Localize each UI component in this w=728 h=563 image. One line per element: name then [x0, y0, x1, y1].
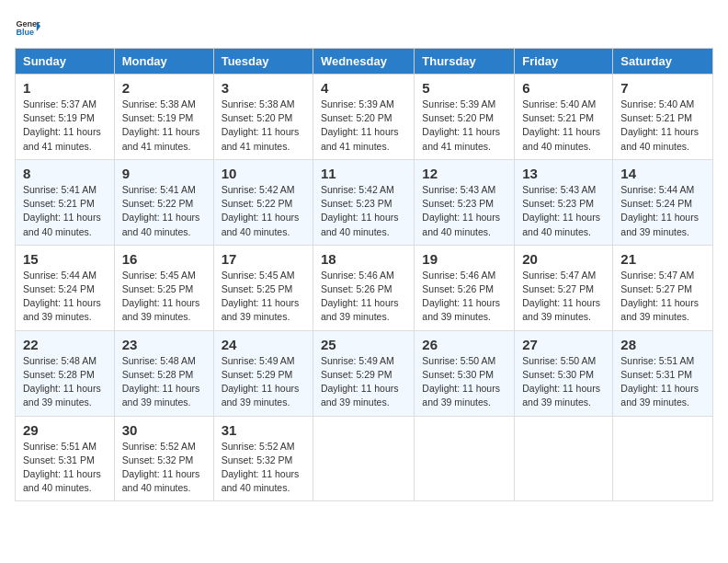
day-info: Sunrise: 5:51 AM Sunset: 5:31 PM Dayligh… [23, 440, 107, 496]
day-number: 25 [321, 337, 406, 352]
calendar-week-row: 22 Sunrise: 5:48 AM Sunset: 5:28 PM Dayl… [16, 330, 713, 416]
day-number: 13 [522, 166, 605, 181]
page-header: General Blue [15, 15, 713, 40]
day-number: 7 [620, 80, 705, 96]
day-number: 2 [122, 80, 206, 96]
day-info: Sunrise: 5:49 AM Sunset: 5:29 PM Dayligh… [321, 354, 406, 410]
day-header-thursday: Thursday [415, 49, 515, 75]
calendar-cell: 28 Sunrise: 5:51 AM Sunset: 5:31 PM Dayl… [613, 330, 713, 416]
calendar-cell: 2 Sunrise: 5:38 AM Sunset: 5:19 PM Dayli… [114, 75, 213, 160]
calendar-cell: 3 Sunrise: 5:38 AM Sunset: 5:20 PM Dayli… [213, 75, 313, 160]
day-info: Sunrise: 5:51 AM Sunset: 5:31 PM Dayligh… [620, 354, 705, 410]
day-header-saturday: Saturday [613, 49, 713, 75]
day-info: Sunrise: 5:40 AM Sunset: 5:21 PM Dayligh… [620, 98, 705, 154]
day-number: 28 [620, 337, 705, 352]
day-number: 6 [522, 80, 605, 96]
day-number: 22 [23, 337, 107, 352]
calendar-cell: 9 Sunrise: 5:41 AM Sunset: 5:22 PM Dayli… [114, 159, 213, 245]
day-number: 21 [620, 251, 705, 267]
day-header-wednesday: Wednesday [313, 49, 414, 75]
day-number: 23 [122, 337, 206, 352]
calendar-cell: 31 Sunrise: 5:52 AM Sunset: 5:32 PM Dayl… [213, 416, 313, 501]
calendar-cell [415, 416, 515, 501]
calendar-cell: 1 Sunrise: 5:37 AM Sunset: 5:19 PM Dayli… [16, 75, 115, 160]
day-info: Sunrise: 5:43 AM Sunset: 5:23 PM Dayligh… [522, 183, 605, 239]
calendar-cell: 27 Sunrise: 5:50 AM Sunset: 5:30 PM Dayl… [515, 330, 613, 416]
day-info: Sunrise: 5:38 AM Sunset: 5:20 PM Dayligh… [222, 98, 305, 154]
day-number: 11 [321, 166, 406, 181]
day-number: 4 [321, 80, 406, 96]
day-number: 20 [522, 251, 605, 267]
day-info: Sunrise: 5:46 AM Sunset: 5:26 PM Dayligh… [422, 269, 506, 325]
day-info: Sunrise: 5:42 AM Sunset: 5:22 PM Dayligh… [222, 183, 305, 239]
calendar-cell: 26 Sunrise: 5:50 AM Sunset: 5:30 PM Dayl… [415, 330, 515, 416]
calendar-cell: 5 Sunrise: 5:39 AM Sunset: 5:20 PM Dayli… [415, 75, 515, 160]
calendar-cell: 12 Sunrise: 5:43 AM Sunset: 5:23 PM Dayl… [415, 159, 515, 245]
calendar-cell: 11 Sunrise: 5:42 AM Sunset: 5:23 PM Dayl… [313, 159, 414, 245]
calendar-cell: 4 Sunrise: 5:39 AM Sunset: 5:20 PM Dayli… [313, 75, 414, 160]
calendar-week-row: 29 Sunrise: 5:51 AM Sunset: 5:31 PM Dayl… [16, 416, 713, 501]
day-info: Sunrise: 5:48 AM Sunset: 5:28 PM Dayligh… [23, 354, 107, 410]
day-info: Sunrise: 5:45 AM Sunset: 5:25 PM Dayligh… [222, 269, 305, 325]
day-info: Sunrise: 5:39 AM Sunset: 5:20 PM Dayligh… [422, 98, 506, 154]
day-info: Sunrise: 5:48 AM Sunset: 5:28 PM Dayligh… [122, 354, 206, 410]
day-info: Sunrise: 5:43 AM Sunset: 5:23 PM Dayligh… [422, 183, 506, 239]
day-number: 17 [222, 251, 305, 267]
calendar-cell [613, 416, 713, 501]
day-info: Sunrise: 5:44 AM Sunset: 5:24 PM Dayligh… [620, 183, 705, 239]
day-number: 9 [122, 166, 206, 181]
day-number: 5 [422, 80, 506, 96]
logo: General Blue [15, 15, 40, 40]
calendar-cell [313, 416, 414, 501]
calendar-header-row: SundayMondayTuesdayWednesdayThursdayFrid… [16, 49, 713, 75]
day-number: 30 [122, 422, 206, 438]
calendar-cell: 17 Sunrise: 5:45 AM Sunset: 5:25 PM Dayl… [213, 245, 313, 330]
day-number: 1 [23, 80, 107, 96]
day-number: 27 [522, 337, 605, 352]
day-info: Sunrise: 5:40 AM Sunset: 5:21 PM Dayligh… [522, 98, 605, 154]
calendar-cell: 30 Sunrise: 5:52 AM Sunset: 5:32 PM Dayl… [114, 416, 213, 501]
calendar-cell: 16 Sunrise: 5:45 AM Sunset: 5:25 PM Dayl… [114, 245, 213, 330]
day-number: 16 [122, 251, 206, 267]
calendar-table: SundayMondayTuesdayWednesdayThursdayFrid… [15, 48, 713, 501]
day-number: 8 [23, 166, 107, 181]
calendar-cell: 29 Sunrise: 5:51 AM Sunset: 5:31 PM Dayl… [16, 416, 115, 501]
calendar-cell: 21 Sunrise: 5:47 AM Sunset: 5:27 PM Dayl… [613, 245, 713, 330]
day-number: 19 [422, 251, 506, 267]
day-number: 14 [620, 166, 705, 181]
calendar-cell: 15 Sunrise: 5:44 AM Sunset: 5:24 PM Dayl… [16, 245, 115, 330]
day-number: 12 [422, 166, 506, 181]
calendar-cell: 8 Sunrise: 5:41 AM Sunset: 5:21 PM Dayli… [16, 159, 115, 245]
day-number: 10 [222, 166, 305, 181]
calendar-cell: 24 Sunrise: 5:49 AM Sunset: 5:29 PM Dayl… [213, 330, 313, 416]
logo-icon: General Blue [15, 15, 40, 40]
calendar-cell: 10 Sunrise: 5:42 AM Sunset: 5:22 PM Dayl… [213, 159, 313, 245]
day-header-monday: Monday [114, 49, 213, 75]
day-number: 18 [321, 251, 406, 267]
day-info: Sunrise: 5:38 AM Sunset: 5:19 PM Dayligh… [122, 98, 206, 154]
day-info: Sunrise: 5:46 AM Sunset: 5:26 PM Dayligh… [321, 269, 406, 325]
day-number: 26 [422, 337, 506, 352]
day-number: 24 [222, 337, 305, 352]
day-info: Sunrise: 5:37 AM Sunset: 5:19 PM Dayligh… [23, 98, 107, 154]
calendar-cell: 7 Sunrise: 5:40 AM Sunset: 5:21 PM Dayli… [613, 75, 713, 160]
day-info: Sunrise: 5:39 AM Sunset: 5:20 PM Dayligh… [321, 98, 406, 154]
calendar-cell [515, 416, 613, 501]
day-info: Sunrise: 5:45 AM Sunset: 5:25 PM Dayligh… [122, 269, 206, 325]
calendar-cell: 25 Sunrise: 5:49 AM Sunset: 5:29 PM Dayl… [313, 330, 414, 416]
calendar-cell: 22 Sunrise: 5:48 AM Sunset: 5:28 PM Dayl… [16, 330, 115, 416]
day-info: Sunrise: 5:52 AM Sunset: 5:32 PM Dayligh… [222, 440, 305, 496]
calendar-cell: 19 Sunrise: 5:46 AM Sunset: 5:26 PM Dayl… [415, 245, 515, 330]
day-header-sunday: Sunday [16, 49, 115, 75]
day-info: Sunrise: 5:41 AM Sunset: 5:22 PM Dayligh… [122, 183, 206, 239]
day-info: Sunrise: 5:50 AM Sunset: 5:30 PM Dayligh… [422, 354, 506, 410]
day-info: Sunrise: 5:47 AM Sunset: 5:27 PM Dayligh… [620, 269, 705, 325]
calendar-cell: 20 Sunrise: 5:47 AM Sunset: 5:27 PM Dayl… [515, 245, 613, 330]
day-info: Sunrise: 5:50 AM Sunset: 5:30 PM Dayligh… [522, 354, 605, 410]
calendar-cell: 18 Sunrise: 5:46 AM Sunset: 5:26 PM Dayl… [313, 245, 414, 330]
day-info: Sunrise: 5:47 AM Sunset: 5:27 PM Dayligh… [522, 269, 605, 325]
day-info: Sunrise: 5:52 AM Sunset: 5:32 PM Dayligh… [122, 440, 206, 496]
svg-text:Blue: Blue [16, 28, 34, 37]
day-number: 29 [23, 422, 107, 438]
day-number: 3 [222, 80, 305, 96]
